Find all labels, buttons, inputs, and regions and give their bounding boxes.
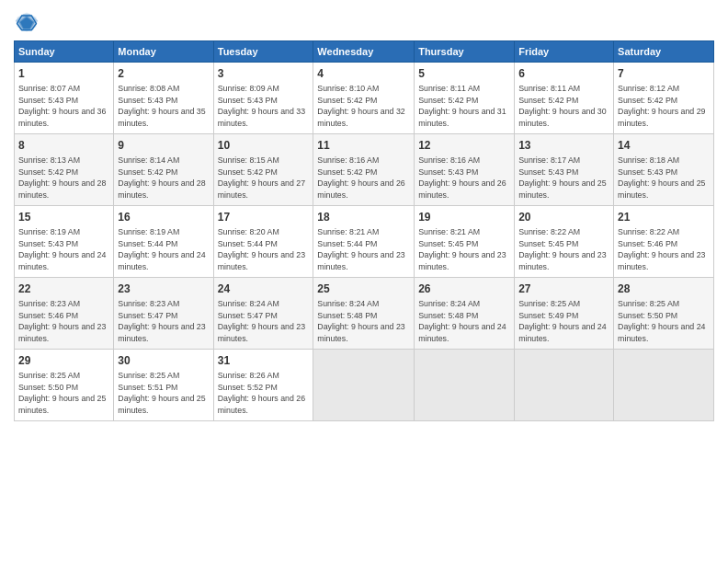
day-info: Sunrise: 8:24 AM Sunset: 5:47 PM Dayligh… bbox=[218, 298, 310, 345]
calendar-cell: 15Sunrise: 8:19 AM Sunset: 5:43 PM Dayli… bbox=[15, 206, 114, 278]
calendar-cell: 2Sunrise: 8:08 AM Sunset: 5:43 PM Daylig… bbox=[114, 63, 213, 134]
day-number: 9 bbox=[118, 138, 209, 154]
calendar-cell: 28Sunrise: 8:25 AM Sunset: 5:50 PM Dayli… bbox=[614, 278, 714, 350]
day-info: Sunrise: 8:24 AM Sunset: 5:48 PM Dayligh… bbox=[418, 298, 510, 345]
day-info: Sunrise: 8:26 AM Sunset: 5:52 PM Dayligh… bbox=[218, 370, 310, 417]
calendar-cell: 31Sunrise: 8:26 AM Sunset: 5:52 PM Dayli… bbox=[213, 350, 313, 421]
day-number: 3 bbox=[218, 66, 310, 82]
day-number: 12 bbox=[418, 138, 510, 154]
day-info: Sunrise: 8:22 AM Sunset: 5:46 PM Dayligh… bbox=[618, 226, 710, 273]
calendar-cell: 12Sunrise: 8:16 AM Sunset: 5:43 PM Dayli… bbox=[415, 134, 515, 206]
day-info: Sunrise: 8:07 AM Sunset: 5:43 PM Dayligh… bbox=[18, 83, 109, 130]
day-number: 5 bbox=[418, 66, 510, 82]
calendar-cell: 16Sunrise: 8:19 AM Sunset: 5:44 PM Dayli… bbox=[114, 206, 213, 278]
day-number: 14 bbox=[618, 138, 710, 154]
calendar-cell: 22Sunrise: 8:23 AM Sunset: 5:46 PM Dayli… bbox=[15, 278, 114, 350]
logo-icon bbox=[14, 9, 40, 35]
day-info: Sunrise: 8:19 AM Sunset: 5:44 PM Dayligh… bbox=[118, 226, 209, 273]
day-number: 25 bbox=[317, 282, 410, 297]
calendar-cell: 30Sunrise: 8:25 AM Sunset: 5:51 PM Dayli… bbox=[114, 350, 213, 421]
day-number: 13 bbox=[518, 138, 609, 154]
day-info: Sunrise: 8:08 AM Sunset: 5:43 PM Dayligh… bbox=[118, 83, 209, 130]
calendar-cell: 19Sunrise: 8:21 AM Sunset: 5:45 PM Dayli… bbox=[415, 206, 515, 278]
calendar-cell: 17Sunrise: 8:20 AM Sunset: 5:44 PM Dayli… bbox=[213, 206, 313, 278]
day-info: Sunrise: 8:13 AM Sunset: 5:42 PM Dayligh… bbox=[18, 155, 109, 201]
calendar-cell: 27Sunrise: 8:25 AM Sunset: 5:49 PM Dayli… bbox=[515, 278, 614, 350]
day-number: 23 bbox=[118, 282, 209, 297]
day-info: Sunrise: 8:12 AM Sunset: 5:42 PM Dayligh… bbox=[618, 83, 710, 130]
day-info: Sunrise: 8:17 AM Sunset: 5:43 PM Dayligh… bbox=[518, 155, 609, 201]
day-number: 6 bbox=[518, 66, 609, 82]
calendar-cell bbox=[313, 350, 415, 421]
col-header-saturday: Saturday bbox=[614, 41, 714, 63]
calendar-header-row: SundayMondayTuesdayWednesdayThursdayFrid… bbox=[15, 41, 714, 63]
day-number: 31 bbox=[218, 353, 310, 369]
day-info: Sunrise: 8:15 AM Sunset: 5:42 PM Dayligh… bbox=[218, 155, 310, 201]
col-header-sunday: Sunday bbox=[15, 41, 114, 63]
calendar-cell: 29Sunrise: 8:25 AM Sunset: 5:50 PM Dayli… bbox=[15, 350, 114, 421]
day-info: Sunrise: 8:18 AM Sunset: 5:43 PM Dayligh… bbox=[618, 155, 710, 201]
day-number: 8 bbox=[18, 138, 109, 154]
header bbox=[14, 9, 714, 35]
day-info: Sunrise: 8:22 AM Sunset: 5:45 PM Dayligh… bbox=[518, 226, 609, 273]
calendar-week-row: 22Sunrise: 8:23 AM Sunset: 5:46 PM Dayli… bbox=[15, 278, 714, 350]
day-info: Sunrise: 8:09 AM Sunset: 5:43 PM Dayligh… bbox=[218, 83, 310, 130]
calendar-cell: 18Sunrise: 8:21 AM Sunset: 5:44 PM Dayli… bbox=[313, 206, 415, 278]
col-header-monday: Monday bbox=[114, 41, 213, 63]
calendar-week-row: 29Sunrise: 8:25 AM Sunset: 5:50 PM Dayli… bbox=[15, 350, 714, 421]
day-info: Sunrise: 8:25 AM Sunset: 5:50 PM Dayligh… bbox=[618, 298, 710, 345]
page: SundayMondayTuesdayWednesdayThursdayFrid… bbox=[0, 0, 728, 563]
calendar-cell: 4Sunrise: 8:10 AM Sunset: 5:42 PM Daylig… bbox=[313, 63, 415, 134]
day-info: Sunrise: 8:16 AM Sunset: 5:42 PM Dayligh… bbox=[317, 155, 410, 201]
day-info: Sunrise: 8:10 AM Sunset: 5:42 PM Dayligh… bbox=[317, 83, 410, 130]
day-number: 27 bbox=[518, 282, 609, 297]
calendar-cell: 5Sunrise: 8:11 AM Sunset: 5:42 PM Daylig… bbox=[415, 63, 515, 134]
calendar-week-row: 15Sunrise: 8:19 AM Sunset: 5:43 PM Dayli… bbox=[15, 206, 714, 278]
day-info: Sunrise: 8:25 AM Sunset: 5:51 PM Dayligh… bbox=[118, 370, 209, 417]
day-number: 16 bbox=[118, 210, 209, 225]
day-number: 24 bbox=[218, 282, 310, 297]
day-number: 26 bbox=[418, 282, 510, 297]
day-info: Sunrise: 8:11 AM Sunset: 5:42 PM Dayligh… bbox=[418, 83, 510, 130]
day-info: Sunrise: 8:25 AM Sunset: 5:50 PM Dayligh… bbox=[18, 370, 109, 417]
calendar-cell: 9Sunrise: 8:14 AM Sunset: 5:42 PM Daylig… bbox=[114, 134, 213, 206]
day-number: 4 bbox=[317, 66, 410, 82]
day-number: 1 bbox=[18, 66, 109, 82]
day-number: 22 bbox=[18, 282, 109, 297]
calendar-week-row: 1Sunrise: 8:07 AM Sunset: 5:43 PM Daylig… bbox=[15, 63, 714, 134]
col-header-wednesday: Wednesday bbox=[313, 41, 415, 63]
day-info: Sunrise: 8:20 AM Sunset: 5:44 PM Dayligh… bbox=[218, 226, 310, 273]
day-info: Sunrise: 8:23 AM Sunset: 5:46 PM Dayligh… bbox=[18, 298, 109, 345]
day-number: 21 bbox=[618, 210, 710, 225]
day-number: 11 bbox=[317, 138, 410, 154]
day-info: Sunrise: 8:21 AM Sunset: 5:45 PM Dayligh… bbox=[418, 226, 510, 273]
calendar-cell: 1Sunrise: 8:07 AM Sunset: 5:43 PM Daylig… bbox=[15, 63, 114, 134]
day-number: 15 bbox=[18, 210, 109, 225]
calendar-cell bbox=[415, 350, 515, 421]
day-info: Sunrise: 8:24 AM Sunset: 5:48 PM Dayligh… bbox=[317, 298, 410, 345]
calendar-cell: 6Sunrise: 8:11 AM Sunset: 5:42 PM Daylig… bbox=[515, 63, 614, 134]
calendar-cell bbox=[614, 350, 714, 421]
day-info: Sunrise: 8:16 AM Sunset: 5:43 PM Dayligh… bbox=[418, 155, 510, 201]
calendar-cell: 14Sunrise: 8:18 AM Sunset: 5:43 PM Dayli… bbox=[614, 134, 714, 206]
calendar-cell bbox=[515, 350, 614, 421]
day-info: Sunrise: 8:23 AM Sunset: 5:47 PM Dayligh… bbox=[118, 298, 209, 345]
day-number: 19 bbox=[418, 210, 510, 225]
day-info: Sunrise: 8:25 AM Sunset: 5:49 PM Dayligh… bbox=[518, 298, 609, 345]
calendar-cell: 26Sunrise: 8:24 AM Sunset: 5:48 PM Dayli… bbox=[415, 278, 515, 350]
day-number: 20 bbox=[518, 210, 609, 225]
day-number: 7 bbox=[618, 66, 710, 82]
day-number: 18 bbox=[317, 210, 410, 225]
logo bbox=[14, 9, 43, 35]
calendar-cell: 7Sunrise: 8:12 AM Sunset: 5:42 PM Daylig… bbox=[614, 63, 714, 134]
day-number: 30 bbox=[118, 353, 209, 369]
day-number: 2 bbox=[118, 66, 209, 82]
calendar-cell: 24Sunrise: 8:24 AM Sunset: 5:47 PM Dayli… bbox=[213, 278, 313, 350]
day-info: Sunrise: 8:19 AM Sunset: 5:43 PM Dayligh… bbox=[18, 226, 109, 273]
calendar-cell: 10Sunrise: 8:15 AM Sunset: 5:42 PM Dayli… bbox=[213, 134, 313, 206]
day-number: 17 bbox=[218, 210, 310, 225]
calendar-cell: 13Sunrise: 8:17 AM Sunset: 5:43 PM Dayli… bbox=[515, 134, 614, 206]
calendar-week-row: 8Sunrise: 8:13 AM Sunset: 5:42 PM Daylig… bbox=[15, 134, 714, 206]
calendar-cell: 3Sunrise: 8:09 AM Sunset: 5:43 PM Daylig… bbox=[213, 63, 313, 134]
col-header-friday: Friday bbox=[515, 41, 614, 63]
